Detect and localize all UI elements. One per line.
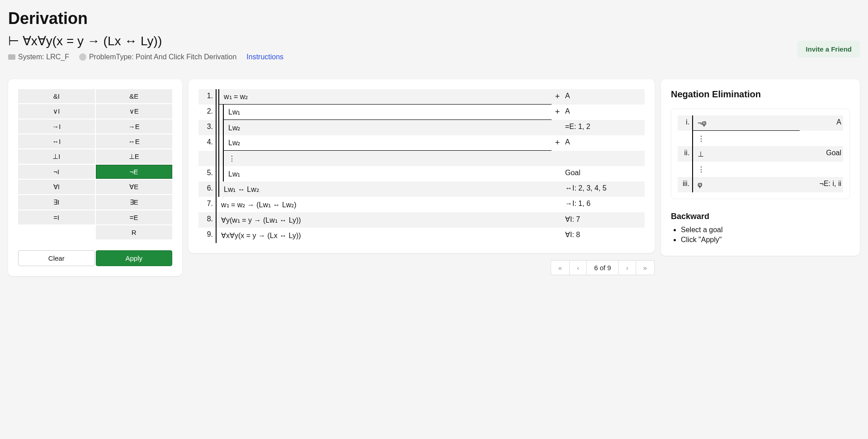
line-number: 8. [198,212,216,228]
apply-button[interactable]: Apply [96,250,173,266]
schema-formula: ⊥ [693,146,800,162]
rule-→I[interactable]: →I [18,119,95,134]
rule-∃I[interactable]: ∃I [18,195,95,210]
add-line-button[interactable]: + [552,89,563,105]
schema-justification: A [800,115,843,131]
schema-line-number: iii. [678,177,692,192]
proof-ellipsis[interactable]: ⋮ [224,151,552,166]
line-number: 9. [198,228,216,243]
proof-line[interactable]: 4.Lw₂+A [198,135,645,151]
proof-formula[interactable]: ∀x∀y(x = y → (Lx ↔ Ly)) [217,228,552,243]
rule-¬I[interactable]: ¬I [18,165,95,179]
proof-line[interactable]: 8.∀y(w₁ = y → (Lw₁ ↔ Ly))∀I: 7 [198,212,645,228]
rule-↔I[interactable]: ↔I [18,134,95,148]
add-line-button [552,228,563,243]
proof-line[interactable]: 2.Lw₁+A [198,105,645,120]
justification: ∀I: 8 [563,228,645,243]
justification: A [563,89,645,105]
card-icon [8,54,15,60]
proof-line[interactable]: ⋮ [198,151,645,166]
proof-formula[interactable]: ∀y(w₁ = y → (Lw₁ ↔ Ly)) [217,212,552,228]
proof-formula[interactable]: Lw₁ ↔ Lw₂ [219,181,552,197]
proof-formula[interactable]: w₁ = w₂ → (Lw₁ ↔ Lw₂) [217,197,552,212]
rules-panel: &I&E∨I∨E→I→E↔I↔E⊥I⊥E¬I¬E∀I∀E∃I∃E=I=ER Cl… [8,79,182,276]
instructions-link[interactable]: Instructions [246,53,283,61]
proof-formula[interactable]: Lw₁ [224,105,552,120]
rule-∨I[interactable]: ∨I [18,104,95,119]
add-line-button [552,197,563,212]
help-schema-line: ii.⊥Goal [678,146,843,162]
add-line-button [552,120,563,135]
line-number [198,151,216,166]
rule-&E[interactable]: &E [96,89,173,103]
proof-formula[interactable]: Lw₂ [224,135,552,151]
justification: =E: 1, 2 [563,120,645,135]
proof-line[interactable]: 7.w₁ = w₂ → (Lw₁ ↔ Lw₂)→I: 1, 6 [198,197,645,212]
schema-justification: Goal [800,146,843,162]
justification: Goal [563,166,645,181]
schema-justification [800,131,843,146]
rule-⊥I[interactable]: ⊥I [18,149,95,164]
rule-=I[interactable]: =I [18,210,95,224]
clear-button[interactable]: Clear [18,250,95,266]
help-step: Click "Apply" [681,236,850,244]
help-panel: Negation Elimination i.¬φA⋮ii.⊥Goal⋮iii.… [661,79,860,256]
schema-line-number: i. [678,115,692,131]
rule-∨E[interactable]: ∨E [96,104,173,119]
proof-formula[interactable]: w₁ = w₂ [219,89,552,105]
rule-&I[interactable]: &I [18,89,95,103]
proof-line[interactable]: 5.Lw₁Goal [198,166,645,181]
rule-R[interactable]: R [96,225,173,239]
invite-friend-button[interactable]: Invite a Friend [797,41,860,57]
line-number: 7. [198,197,216,212]
rule-⊥E[interactable]: ⊥E [96,149,173,164]
rule-¬E[interactable]: ¬E [96,165,173,179]
page-title: Derivation [8,9,283,28]
add-line-button [552,166,563,181]
justification: ↔I: 2, 3, 4, 5 [563,181,645,197]
system-label: System: LRC_F [8,53,69,61]
schema-justification: ¬E: i, ii [800,177,843,192]
proof-line[interactable]: 3.Lw₂=E: 1, 2 [198,120,645,135]
proof-line[interactable]: 1.w₁ = w₂+A [198,89,645,105]
ellipsis-icon [79,53,86,61]
help-schema-line: iii.φ¬E: i, ii [678,177,843,192]
pager-next-button[interactable]: › [618,260,636,275]
rule-cell-empty [18,225,95,239]
problemtype-label: ProblemType: Point And Click Fitch Deriv… [79,53,236,61]
rule-=E[interactable]: =E [96,210,173,224]
add-line-button[interactable]: + [552,105,563,120]
line-number: 3. [198,120,216,135]
problem-sequent: ⊢ ∀x∀y(x = y → (Lx ↔ Ly)) [8,33,283,48]
proof-formula[interactable]: Lw₂ [224,120,552,135]
help-schema-line: ⋮ [678,162,843,177]
pager-prev-button[interactable]: ‹ [569,260,587,275]
help-schema-line: ⋮ [678,131,843,146]
schema-formula: ¬φ [693,115,800,131]
line-number: 5. [198,166,216,181]
rule-∀I[interactable]: ∀I [18,180,95,194]
add-line-button[interactable]: + [552,135,563,151]
pager-position: 6 of 9 [586,260,619,275]
add-line-button [552,181,563,197]
proof-formula[interactable]: Lw₁ [224,166,552,181]
justification: A [563,105,645,120]
pager: « ‹ 6 of 9 › » [189,260,655,275]
rule-∃E[interactable]: ∃E [96,195,173,210]
justification: ∀I: 7 [563,212,645,228]
justification: →I: 1, 6 [563,197,645,212]
pager-first-button[interactable]: « [551,260,570,275]
help-title: Negation Elimination [671,89,850,100]
schema-formula: φ [693,177,800,192]
proof-line[interactable]: 6.Lw₁ ↔ Lw₂↔I: 2, 3, 4, 5 [198,181,645,197]
schema-ellipsis: ⋮ [693,131,800,146]
proof-panel: 1.w₁ = w₂+A2.Lw₁+A3.Lw₂=E: 1, 24.Lw₂+A⋮5… [189,79,655,253]
rule-↔E[interactable]: ↔E [96,134,173,148]
rule-→E[interactable]: →E [96,119,173,134]
line-number: 2. [198,105,216,120]
rule-∀E[interactable]: ∀E [96,180,173,194]
line-number: 4. [198,135,216,151]
schema-line-number [678,131,692,146]
pager-last-button[interactable]: » [636,260,655,275]
proof-line[interactable]: 9.∀x∀y(x = y → (Lx ↔ Ly))∀I: 8 [198,228,645,243]
